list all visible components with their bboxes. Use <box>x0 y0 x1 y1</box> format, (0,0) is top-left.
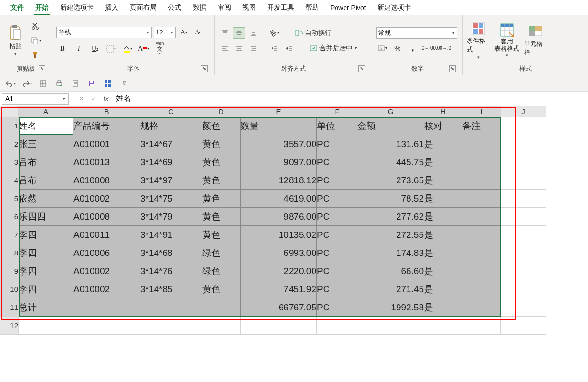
bold-button[interactable]: B <box>56 43 69 54</box>
name-box-input[interactable] <box>5 95 63 103</box>
row-header[interactable]: 12 <box>0 317 19 335</box>
tab-file[interactable]: 文件 <box>5 0 30 15</box>
clipboard-launcher[interactable]: ⬊ <box>39 65 45 72</box>
row-header[interactable]: 6 <box>0 208 19 226</box>
cell[interactable]: 66767.05 <box>241 298 317 317</box>
cell[interactable]: PC <box>317 190 357 208</box>
align-top-button[interactable] <box>219 27 231 39</box>
cell[interactable]: 依然 <box>19 190 74 208</box>
column-header[interactable]: D <box>202 106 241 117</box>
cell[interactable] <box>462 262 501 280</box>
cell[interactable]: 12818.12 <box>241 171 317 190</box>
column-header[interactable]: F <box>317 106 357 117</box>
cell[interactable] <box>462 226 501 244</box>
cell[interactable] <box>501 317 546 335</box>
qat-btn-3[interactable] <box>37 78 49 89</box>
column-header[interactable]: A <box>19 106 74 117</box>
border-button[interactable]: ▾ <box>105 43 117 54</box>
cancel-formula-button[interactable]: ✕ <box>75 93 87 105</box>
cut-button[interactable] <box>30 21 42 32</box>
tab-insert[interactable]: 插入 <box>99 0 124 15</box>
cell[interactable]: 3*14*67 <box>140 135 202 153</box>
align-left-button[interactable] <box>219 42 231 54</box>
cell[interactable] <box>74 298 140 317</box>
cell[interactable]: 李四 <box>19 244 74 262</box>
row-header[interactable]: 4 <box>0 171 19 190</box>
cell[interactable]: 黄色 <box>202 190 241 208</box>
increase-indent-button[interactable] <box>283 42 295 54</box>
cell[interactable]: 单位 <box>317 117 357 135</box>
cell[interactable]: 黄色 <box>202 280 241 298</box>
cell[interactable]: 黄色 <box>202 135 241 153</box>
increase-decimal-button[interactable]: .0→.00 <box>422 42 434 54</box>
percent-button[interactable]: % <box>391 42 404 54</box>
tab-newtab2[interactable]: 新建选项卡 <box>372 0 417 15</box>
cell[interactable]: PC <box>317 153 357 171</box>
align-center-button[interactable] <box>233 42 245 54</box>
cell[interactable] <box>501 262 546 280</box>
cell[interactable]: 4619.00 <box>241 190 317 208</box>
row-header[interactable]: 9 <box>0 262 19 280</box>
decrease-font-button[interactable]: A▾ <box>192 27 204 38</box>
format-painter-button[interactable] <box>30 49 42 61</box>
cell[interactable]: PC <box>317 262 357 280</box>
cell[interactable]: 3*14*76 <box>140 262 202 280</box>
redo-button[interactable]: ▾ <box>21 78 32 89</box>
cell[interactable]: 131.61 <box>357 135 424 153</box>
cell[interactable]: 7451.92 <box>241 280 317 298</box>
cell[interactable]: 9876.00 <box>241 208 317 226</box>
font-color-button[interactable]: A▾ <box>137 43 150 54</box>
cell[interactable]: 姓名 <box>19 117 74 135</box>
column-header[interactable]: H <box>424 106 462 117</box>
tab-data[interactable]: 数据 <box>187 0 212 15</box>
cell[interactable] <box>462 317 501 335</box>
cell[interactable]: A010002 <box>74 280 140 298</box>
cell[interactable]: 乐四四 <box>19 208 74 226</box>
cell[interactable]: 是 <box>424 208 462 226</box>
cell[interactable] <box>317 317 357 335</box>
cell[interactable] <box>462 298 501 317</box>
number-format-dropdown[interactable]: 常规▾ <box>376 27 457 39</box>
cell[interactable]: PC <box>317 244 357 262</box>
decrease-decimal-button[interactable]: .00→.0 <box>437 42 450 54</box>
phonetic-button[interactable]: wén文▾ <box>154 43 166 54</box>
cell[interactable] <box>501 298 546 317</box>
currency-button[interactable]: $▾ <box>376 42 388 54</box>
cell[interactable]: 3*14*97 <box>140 171 202 190</box>
cell[interactable]: 李四 <box>19 280 74 298</box>
tab-help[interactable]: 帮助 <box>300 0 325 15</box>
cell[interactable]: 2220.00 <box>241 262 317 280</box>
tab-dev[interactable]: 开发工具 <box>262 0 300 15</box>
cell[interactable]: 绿色 <box>202 262 241 280</box>
qat-btn-5[interactable] <box>70 78 81 89</box>
cell[interactable]: A010006 <box>74 244 140 262</box>
comma-button[interactable]: , <box>407 42 419 54</box>
cell[interactable]: PC <box>317 171 357 190</box>
cell[interactable]: 黄色 <box>202 171 241 190</box>
cell[interactable]: 3*14*69 <box>140 153 202 171</box>
column-header[interactable]: J <box>501 106 546 117</box>
row-header[interactable]: 1 <box>0 117 19 135</box>
select-all-corner[interactable] <box>0 106 19 117</box>
font-name-dropdown[interactable]: 等线▾ <box>56 27 152 38</box>
orientation-button[interactable]: ab▾ <box>268 27 281 39</box>
number-launcher[interactable]: ⬊ <box>449 65 456 72</box>
cell[interactable]: 黄色 <box>202 208 241 226</box>
cell[interactable] <box>501 135 546 153</box>
column-header[interactable]: E <box>241 106 317 117</box>
paste-button[interactable]: 粘贴 ▾ <box>4 25 27 56</box>
cell[interactable]: 78.52 <box>357 190 424 208</box>
cell[interactable]: 颜色 <box>202 117 241 135</box>
cell[interactable]: 是 <box>424 280 462 298</box>
underline-button[interactable]: U▾ <box>89 43 101 54</box>
cell[interactable]: 277.62 <box>357 208 424 226</box>
name-box[interactable]: ▾ <box>2 93 69 105</box>
cell[interactable]: 张三 <box>19 135 74 153</box>
cell[interactable]: 是 <box>424 244 462 262</box>
copy-button[interactable]: ▾ <box>30 35 42 46</box>
cell[interactable] <box>462 280 501 298</box>
column-header[interactable]: I <box>462 106 501 117</box>
merge-center-button[interactable]: 合并后居中▾ <box>306 42 360 54</box>
cell[interactable]: PC <box>317 208 357 226</box>
column-header[interactable]: G <box>357 106 424 117</box>
